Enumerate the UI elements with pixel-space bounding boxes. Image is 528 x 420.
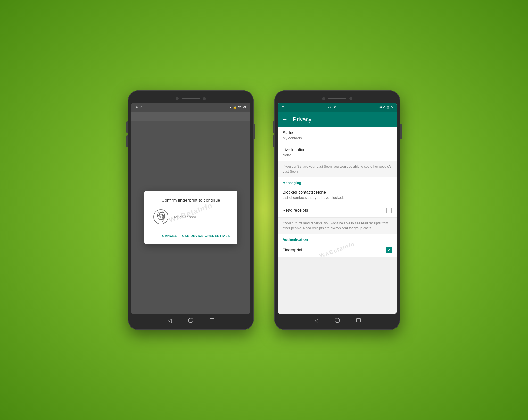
privacy-title: Privacy: [293, 116, 311, 123]
right-back-nav-btn[interactable]: ◁: [313, 318, 319, 323]
fingerprint-row[interactable]: Fingerprint ✓ WABetaInfo: [278, 243, 397, 257]
live-location-label: Live location: [283, 148, 392, 152]
speaker: [182, 98, 200, 99]
right-phone-top: [278, 95, 397, 103]
right-phone: ⊙ 22:50 ✱ ⊖ ▥ ⊙ ← Privacy Status My cont…: [274, 90, 400, 330]
read-receipts-checkbox[interactable]: [386, 208, 392, 213]
nav-bar-right: ◁: [278, 314, 397, 325]
status-right-icons: ▪ 🔒 21:29: [230, 106, 246, 109]
phone-top-bar: [131, 95, 250, 103]
right-recent-nav-btn[interactable]: [356, 318, 361, 323]
right-vol-down-btn[interactable]: [273, 135, 274, 147]
status-bar-right: ⊙ 22:50 ✱ ⊖ ▥ ⊙: [278, 103, 397, 112]
right-front-camera: [322, 97, 325, 100]
bluetooth-icon: ✱: [380, 106, 382, 109]
right-sensor: [349, 97, 352, 100]
fingerprint-label: Fingerprint: [283, 248, 302, 252]
right-back-nav-icon: ◁: [314, 317, 318, 323]
touch-sensor-text: Touch sensor: [173, 215, 196, 219]
battery-icon: ▪: [230, 106, 231, 109]
dialog-title: Confirm fingerprint to continue: [151, 198, 231, 203]
status-bar-left: ⊕ ⊙ ▪ 🔒 21:29: [131, 103, 250, 112]
right-power-btn[interactable]: [400, 124, 402, 139]
left-phone: ⊕ ⊙ ▪ 🔒 21:29 Confirm fingerprint to con…: [128, 90, 254, 330]
cancel-button[interactable]: CANCEL: [161, 232, 178, 240]
right-screen: ⊙ 22:50 ✱ ⊖ ▥ ⊙ ← Privacy Status My cont…: [278, 103, 397, 314]
svg-point-0: [154, 210, 168, 224]
battery-right-icon: ⊙: [391, 106, 393, 109]
blocked-contacts-item[interactable]: Blocked contacts: None List of contacts …: [278, 186, 397, 203]
time-left: 21:29: [238, 106, 246, 109]
back-button[interactable]: ←: [282, 116, 288, 123]
last-seen-info: If you don't share your Last Seen, you w…: [278, 161, 397, 177]
authentication-section-header: Authentication: [278, 234, 397, 243]
use-credentials-button[interactable]: USE DEVICE CREDENTIALS: [181, 232, 231, 240]
minus-icon: ⊖: [383, 106, 385, 109]
privacy-content: Status My contacts Live location None If…: [278, 127, 397, 257]
recent-nav-btn[interactable]: [209, 318, 215, 323]
vol-up-btn[interactable]: [126, 121, 128, 133]
fingerprint-row: Touch sensor: [151, 209, 231, 225]
blocked-contacts-sub: List of contacts that you have blocked.: [283, 195, 392, 200]
dialog-overlay: Confirm fingerprint to continue T: [131, 121, 250, 314]
app-icon-1: ⊕: [136, 106, 138, 109]
live-location-item[interactable]: Live location None: [278, 144, 397, 161]
blocked-contacts-label: Blocked contacts: None: [283, 190, 392, 195]
fingerprint-icon: [153, 209, 169, 225]
back-nav-icon: ◁: [168, 317, 172, 323]
right-home-nav-icon: [335, 318, 340, 323]
back-nav-btn[interactable]: ◁: [167, 318, 172, 323]
nav-bar-left: ◁: [131, 314, 250, 325]
signal-icon: ▥: [387, 106, 389, 109]
live-location-value: None: [283, 153, 392, 157]
status-value: My contacts: [283, 136, 392, 140]
right-status-icons: ✱ ⊖ ▥ ⊙: [380, 106, 393, 109]
messaging-section-header: Messaging: [278, 177, 397, 186]
power-btn[interactable]: [254, 124, 255, 139]
status-label: Status: [283, 131, 392, 135]
read-receipts-info: If you turn off read receipts, you won't…: [278, 218, 397, 234]
home-nav-icon: [188, 318, 193, 323]
screen-bg: Confirm fingerprint to continue T: [131, 112, 250, 314]
time-right: 22:50: [328, 105, 336, 109]
home-nav-btn[interactable]: [188, 318, 194, 323]
left-screen: ⊕ ⊙ ▪ 🔒 21:29 Confirm fingerprint to con…: [131, 103, 250, 314]
right-vol-up-btn[interactable]: [273, 121, 274, 133]
dialog-buttons: CANCEL USE DEVICE CREDENTIALS: [151, 232, 231, 240]
sensor: [203, 97, 206, 100]
fingerprint-dialog: Confirm fingerprint to continue T: [144, 191, 237, 244]
read-receipts-row[interactable]: Read receipts: [278, 203, 397, 218]
fingerprint-checkbox[interactable]: ✓: [386, 247, 392, 253]
lock-icon: 🔒: [233, 106, 237, 109]
status-dot-icon: ⊙: [282, 105, 284, 109]
right-speaker: [328, 98, 346, 99]
right-home-nav-btn[interactable]: [334, 318, 340, 323]
privacy-header: ← Privacy: [278, 112, 397, 127]
watermark-right: WABetaInfo: [319, 241, 356, 257]
read-receipts-label: Read receipts: [283, 208, 308, 213]
app-icon-2: ⊙: [140, 106, 142, 109]
front-camera: [176, 97, 179, 100]
vol-down-btn[interactable]: [126, 135, 128, 147]
right-recent-nav-icon: [356, 318, 361, 322]
status-left-icons: ⊕ ⊙: [136, 106, 142, 109]
status-item[interactable]: Status My contacts: [278, 127, 397, 144]
recent-nav-icon: [210, 318, 214, 322]
